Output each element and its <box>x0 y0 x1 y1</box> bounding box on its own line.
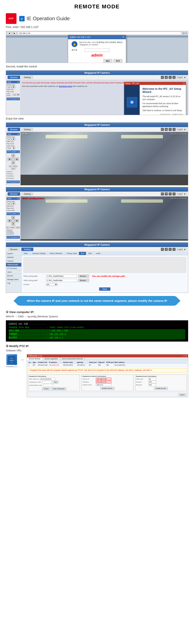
focus-btn[interactable]: Focus <box>12 165 18 167</box>
browser-forward-btn[interactable]: ▶ <box>12 32 16 34</box>
stream-select-3b[interactable]: from stream <box>6 203 15 205</box>
volume-icon[interactable]: 🔊 <box>173 76 176 79</box>
search-icon-3b[interactable]: 🔍 <box>161 192 164 196</box>
verification-input[interactable] <box>42 381 52 384</box>
photo-browse-btn[interactable]: Browse... <box>78 274 89 278</box>
fullscreen-icon-3b[interactable]: ⛶ <box>169 192 172 196</box>
settings-icon-3a[interactable]: ⚙ <box>165 128 168 131</box>
sw-minimize-btn[interactable]: _ <box>181 355 183 357</box>
nav-system[interactable]: System <box>6 252 21 256</box>
language-select-3b[interactable]: English <box>176 192 187 195</box>
stream-type-select[interactable]: from stream <box>6 86 15 88</box>
save-btn[interactable]: Save <box>99 288 111 291</box>
setting-tab-step2[interactable]: Setting <box>21 76 33 79</box>
iris-btn-3b[interactable]: Iris <box>6 226 9 228</box>
volume-icon-3a[interactable]: 🔊 <box>173 128 176 131</box>
setting-tab-step3a[interactable]: Setting <box>21 128 33 131</box>
nav-ptz-func[interactable]: PTZ function <box>6 266 21 270</box>
sub-tab-audio[interactable]: Audio <box>94 252 102 255</box>
camera-settings-icon[interactable]: ⚙ <box>165 76 168 79</box>
search-icon-settings[interactable]: 🔍 <box>161 248 164 251</box>
nav-log[interactable]: Log <box>6 282 21 285</box>
language-select-3a[interactable]: English <box>176 128 187 131</box>
mac-input[interactable] <box>40 378 55 380</box>
iris-btn[interactable]: Iris <box>9 165 12 167</box>
http-port-input[interactable] <box>148 384 156 386</box>
video-path-input[interactable] <box>46 279 77 282</box>
nav-network[interactable]: Network <box>6 256 21 259</box>
format-select[interactable]: avi mp4 <box>46 283 58 286</box>
zoom-btn-3b[interactable]: Zoom <box>15 226 20 228</box>
nav-record[interactable]: Record <box>6 274 21 278</box>
ptz-right-btn[interactable]: ▶ <box>15 158 19 161</box>
modify-net-btn[interactable]: Modify network. <box>100 387 115 390</box>
ptz-up-btn[interactable]: ▲ <box>11 154 15 157</box>
volume-icon-3b[interactable]: 🔊 <box>173 192 176 196</box>
ptz-left-btn[interactable]: ◀ <box>7 158 11 161</box>
sw-tab-device-upgrades[interactable]: Device upgrades <box>43 357 60 360</box>
sub-tab-motion[interactable]: Motion detection <box>48 252 65 255</box>
video-port-input[interactable] <box>148 378 156 380</box>
device-ip-input[interactable] <box>96 378 111 380</box>
sw-tab-device-params[interactable]: Device parameters derived <box>60 357 85 360</box>
nav-manage-users[interactable]: Manage Users <box>6 278 21 282</box>
fullscreen-icon-settings[interactable]: ⛶ <box>169 248 172 251</box>
setting-tab-step3b[interactable]: Setting <box>21 192 33 196</box>
browse-tab-step2[interactable]: Browse <box>7 76 20 79</box>
url-bar[interactable]: 192.168.1.110 <box>18 32 181 35</box>
modify-port-btn[interactable]: Modify the port <box>154 387 168 390</box>
ptz-up-btn-3b[interactable]: ▲ <box>11 216 15 219</box>
ptz-down-btn[interactable]: ▼ <box>11 161 15 164</box>
gateway-input[interactable] <box>96 381 111 383</box>
nav-alarm[interactable]: Alarm <box>6 270 21 274</box>
ptz-right-btn-3b[interactable]: ▶ <box>15 219 19 222</box>
contact-btn[interactable]: contact <box>42 387 50 390</box>
video-browse-btn[interactable]: Browse... <box>78 279 89 282</box>
sub-tab-privacy[interactable]: Privacy mask <box>65 252 79 255</box>
username-input[interactable] <box>84 48 110 52</box>
get-btn[interactable]: Get <box>53 381 59 384</box>
equipment-port-title: Equipment port information: <box>136 376 186 377</box>
zoom-btn[interactable]: Zoom <box>11 168 16 170</box>
sub-tab-roi[interactable]: ROI <box>79 252 86 255</box>
focus-btn-3b[interactable]: Focus <box>10 226 15 228</box>
sw-tab-device-browse[interactable]: Device Browse <box>27 357 43 360</box>
login-cancel-btn[interactable]: 取消 <box>114 59 122 63</box>
photo-path-input[interactable] <box>46 274 77 278</box>
search-icon[interactable]: 🔍 <box>161 76 164 79</box>
login-ok-btn[interactable]: 确定 <box>103 59 112 63</box>
sw-close-btn[interactable]: ✕ <box>185 355 187 357</box>
settings-icon-settings[interactable]: ⚙ <box>165 248 168 251</box>
color-mode-select[interactable]: Fresh <box>12 94 20 96</box>
browse-tab-settings[interactable]: Browse <box>7 248 20 251</box>
browse-tab-step3b[interactable]: Browse <box>7 192 20 196</box>
stream-select-3a[interactable]: from stream <box>6 138 15 140</box>
setting-tab-settings[interactable]: Setting <box>21 248 33 251</box>
sub-tab-char-display[interactable]: Character display <box>30 252 48 255</box>
fullscreen-icon[interactable]: ⛶ <box>169 76 172 79</box>
authorization-input[interactable] <box>43 384 53 386</box>
fullscreen-icon-3a[interactable]: ⛶ <box>169 128 172 131</box>
download-link[interactable]: download control <box>59 85 72 87</box>
ptz-down-btn-3b[interactable]: ▼ <box>11 222 15 226</box>
color-mode-select-3a[interactable]: Fresh <box>6 147 15 149</box>
search-btn[interactable]: search <box>178 393 187 396</box>
browser-back-btn[interactable]: ◀ <box>7 32 11 34</box>
settings-icon-3b[interactable]: ⚙ <box>165 192 168 196</box>
sub-tab-path[interactable]: Path <box>86 252 94 255</box>
setup-cancel-btn[interactable]: Cancel <box>172 114 183 115</box>
subnet-input[interactable] <box>96 384 111 386</box>
sub-tab-video[interactable]: Video <box>21 252 30 255</box>
nav-video-audio[interactable]: Video&Audio <box>6 263 21 266</box>
clear-pwd-btn[interactable]: Clear Passwords <box>51 387 66 390</box>
rtsp-port-input[interactable] <box>148 381 156 383</box>
ptz-left-btn-3b[interactable]: ◀ <box>7 219 11 222</box>
volume-icon-settings[interactable]: 🔊 <box>173 248 176 251</box>
nav-camera[interactable]: Camera <box>6 259 21 263</box>
browse-tab-step3a[interactable]: Browse <box>7 128 20 131</box>
setup-next-btn[interactable]: Next > <box>160 114 171 115</box>
sw-maximize-btn[interactable]: □ <box>183 355 185 357</box>
language-select-step2[interactable]: English <box>176 76 187 79</box>
language-select-settings[interactable]: English <box>176 248 187 251</box>
search-icon-3a[interactable]: 🔍 <box>161 128 164 131</box>
